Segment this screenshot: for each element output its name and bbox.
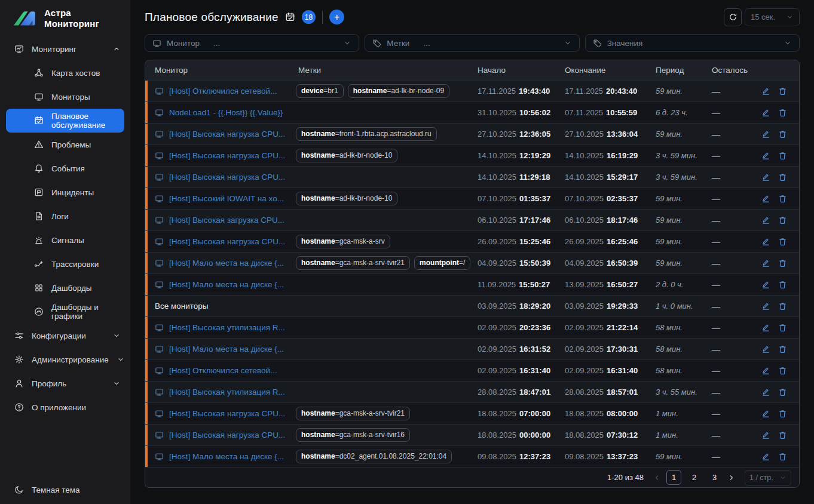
delete-button[interactable]: [778, 194, 787, 203]
monitor-icon: [155, 280, 164, 289]
monitor-name-link[interactable]: [Host] Мало места на диске {...: [148, 259, 291, 268]
edit-button[interactable]: [761, 409, 770, 418]
monitor-name-link[interactable]: [Host] Высокая утилизация R...: [148, 388, 291, 397]
remaining-cell: —: [705, 237, 754, 247]
monitor-name-link[interactable]: [Host] Отключился сетевой...: [148, 87, 291, 96]
edit-button[interactable]: [761, 151, 770, 160]
sidebar-item-host-map[interactable]: Карта хостов: [0, 61, 130, 85]
page-button-2[interactable]: 2: [687, 470, 702, 485]
table-row: [Host] Отключился сетевой... device=br1h…: [145, 80, 799, 102]
sidebar-item-administration[interactable]: Администрирование: [0, 348, 130, 371]
sidebar-item-events[interactable]: События: [0, 156, 130, 180]
delete-button[interactable]: [778, 237, 787, 246]
sidebar-item-signals[interactable]: Сигналы: [0, 228, 130, 252]
edit-button[interactable]: [761, 452, 770, 461]
sidebar-item-maintenance[interactable]: Плановое обслуживание: [6, 109, 124, 133]
remaining-cell: —: [705, 194, 754, 204]
refresh-interval-select[interactable]: 15 сек.: [745, 8, 800, 26]
monitor-name-link[interactable]: [Host] Мало места на диске {...: [148, 280, 291, 289]
edit-button[interactable]: [761, 345, 770, 354]
sidebar-item-configurations[interactable]: Конфигурации: [0, 324, 130, 348]
edit-button[interactable]: [761, 130, 770, 139]
sidebar-item-dashboards[interactable]: Дашборды: [0, 276, 130, 300]
monitoring-icon: [14, 44, 24, 54]
edit-button[interactable]: [761, 87, 770, 96]
monitor-name-link[interactable]: [Host] Высокая нагрузка CPU...: [148, 130, 291, 139]
prev-page-button[interactable]: [653, 474, 661, 482]
monitor-name-link[interactable]: [Host] Высокая нагрузка CPU...: [148, 173, 291, 182]
page-button-1[interactable]: 1: [666, 470, 681, 485]
sidebar-item-incidents[interactable]: Инциденты: [0, 180, 130, 204]
end-cell: 14.10.202515:29:17: [558, 173, 648, 182]
edit-button[interactable]: [761, 302, 770, 311]
monitor-name-link[interactable]: [Host] Мало места на диске {...: [148, 345, 291, 354]
refresh-button[interactable]: [724, 8, 742, 26]
delete-button[interactable]: [778, 259, 787, 268]
delete-button[interactable]: [778, 366, 787, 375]
delete-button[interactable]: [778, 302, 787, 311]
sidebar-item-about[interactable]: О приложении: [0, 395, 130, 419]
chevron-down-icon: [784, 39, 792, 47]
chevron-down-icon: [343, 39, 351, 47]
labels-cell: hostname=dc02_agent.01.08.2025_22:01:04: [291, 450, 470, 463]
column-header-remaining: Осталось: [705, 66, 754, 75]
delete-button[interactable]: [778, 323, 787, 332]
monitor-name-link[interactable]: [Host] Мало места на диске {...: [148, 452, 291, 461]
end-cell: 18.08.202507:30:12: [558, 431, 648, 440]
sidebar-item-logs[interactable]: Логи: [0, 204, 130, 228]
delete-button[interactable]: [778, 388, 787, 397]
delete-button[interactable]: [778, 108, 787, 117]
add-maintenance-button[interactable]: +: [329, 10, 344, 24]
monitor-name-link[interactable]: [Host] Высокая нагрузка CPU...: [148, 151, 291, 160]
monitor-filter-select[interactable]: Монитор ...: [145, 34, 359, 52]
edit-button[interactable]: [761, 280, 770, 289]
monitor-name-link[interactable]: [Host] Высокая загрузка CPU...: [148, 216, 291, 225]
moon-icon: [14, 485, 24, 494]
sidebar-item-profile[interactable]: Профиль: [0, 371, 130, 395]
period-cell: 59 мин.: [648, 216, 705, 225]
edit-button[interactable]: [761, 237, 770, 246]
labels-filter-select[interactable]: Метки ...: [365, 34, 579, 52]
monitor-name-link[interactable]: [Host] Отключился сетевой...: [148, 366, 291, 375]
delete-button[interactable]: [778, 345, 787, 354]
next-page-button[interactable]: [727, 474, 736, 482]
delete-button[interactable]: [778, 87, 787, 96]
delete-button[interactable]: [778, 130, 787, 139]
delete-button[interactable]: [778, 280, 787, 289]
page-size-select[interactable]: 1 / стр.: [745, 470, 791, 485]
chevron-down-icon: [779, 474, 787, 481]
theme-toggle[interactable]: Темная тема: [14, 485, 80, 494]
label-chip: hostname=gca-msk-a-srv-tvir21: [296, 407, 410, 420]
edit-button[interactable]: [761, 259, 770, 268]
edit-button[interactable]: [761, 173, 770, 182]
edit-button[interactable]: [761, 108, 770, 117]
refresh-interval-value: 15 сек.: [751, 13, 775, 21]
monitor-name-link[interactable]: [Host] Высокая утилизация R...: [148, 323, 291, 332]
sidebar-item-monitors[interactable]: Мониторы: [0, 85, 130, 109]
monitor-name-link[interactable]: [Host] Высокая нагрузка CPU...: [148, 431, 291, 440]
values-filter-select[interactable]: Значения: [585, 34, 800, 52]
delete-button[interactable]: [778, 431, 787, 440]
edit-button[interactable]: [761, 388, 770, 397]
delete-button[interactable]: [778, 173, 787, 182]
sidebar-item-dashboards-graphs[interactable]: Дашборды и графики: [0, 300, 130, 324]
delete-button[interactable]: [778, 151, 787, 160]
delete-button[interactable]: [778, 216, 787, 225]
sidebar-item-monitoring[interactable]: Мониторинг: [0, 37, 130, 61]
monitor-name-link[interactable]: Все мониторы: [148, 302, 291, 311]
monitor-name-link[interactable]: NodeLoad1 - {{.Host}} {{.Value}}: [148, 108, 291, 117]
edit-button[interactable]: [761, 431, 770, 440]
edit-button[interactable]: [761, 216, 770, 225]
sidebar-item-traces[interactable]: Трассировки: [0, 252, 130, 276]
edit-button[interactable]: [761, 323, 770, 332]
monitor-name-link[interactable]: [Host] Высокая нагрузка CPU...: [148, 237, 291, 246]
monitor-name-link[interactable]: [Host] Высокий IOWAIT на хо...: [148, 194, 291, 203]
edit-button[interactable]: [761, 194, 770, 203]
monitor-name-link[interactable]: [Host] Высокая нагрузка CPU...: [148, 409, 291, 418]
page-button-3[interactable]: 3: [707, 470, 722, 485]
delete-button[interactable]: [778, 452, 787, 461]
topbar: Плановое обслуживание 18 + 15 сек.: [145, 0, 800, 34]
delete-button[interactable]: [778, 409, 787, 418]
edit-button[interactable]: [761, 366, 770, 375]
sidebar-item-problems[interactable]: Проблемы: [0, 133, 130, 156]
